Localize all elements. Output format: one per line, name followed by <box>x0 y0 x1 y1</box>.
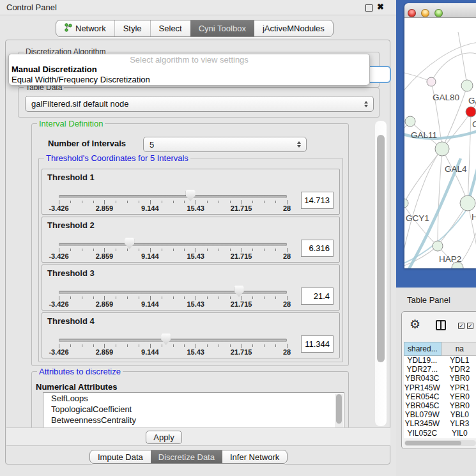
thresholds-group: Threshold's Coordinates for 5 Intervals … <box>38 158 343 362</box>
interval-definition-title: Interval Definition <box>37 120 105 128</box>
combo-arrows-icon <box>297 141 301 148</box>
column-header-shared-name[interactable]: shared... <box>404 342 441 356</box>
network-edge[interactable] <box>431 53 476 82</box>
threshold-slider-handle[interactable] <box>186 190 196 201</box>
network-node[interactable] <box>466 107 476 117</box>
attribute-item[interactable]: SelfLoops <box>43 393 344 404</box>
threshold-slider-handle[interactable] <box>125 238 134 249</box>
attribute-item[interactable]: BetweennessCentrality <box>43 415 344 426</box>
slider-tick <box>219 344 219 347</box>
algorithm-prompt: Select algorithm to view settings <box>12 55 367 65</box>
slider-tick <box>104 248 105 252</box>
tab-infer-network[interactable]: Infer Network <box>222 450 287 463</box>
slider-tick <box>230 296 231 299</box>
cell-name: YIL0 <box>441 429 476 438</box>
table-row[interactable]: YDR27...YDR2 <box>404 365 476 374</box>
slider-tick <box>70 344 71 347</box>
slider-tick <box>162 296 162 299</box>
network-canvas[interactable]: GAL80GAGAL11CGAL4GCY1HHAP2 <box>404 18 476 268</box>
float-window-icon[interactable] <box>365 4 372 12</box>
slider-tick <box>184 344 185 347</box>
tab-cyni-toolbox[interactable]: Cyni Toolbox <box>190 20 254 36</box>
node-label: GAL80 <box>433 93 459 102</box>
tab-style[interactable]: Style <box>114 20 150 36</box>
algorithm-option[interactable]: Manual Discretization <box>12 65 367 75</box>
threshold-slider-track[interactable] <box>59 291 287 294</box>
cell-shared-name: YER054C <box>404 392 441 401</box>
slider-tick <box>207 344 208 347</box>
threshold-value-field[interactable] <box>301 335 334 353</box>
slider-tick <box>150 248 151 252</box>
table-row[interactable]: YLR345WYLR3 <box>404 419 476 428</box>
network-edge[interactable] <box>458 32 467 86</box>
table-horizontal-scrollbar[interactable] <box>404 440 476 446</box>
table-data-combobox[interactable]: galFiltered.sif default node <box>25 96 374 112</box>
threshold-panel: Threshold 1-3.4262.8599.14415.4321.71528 <box>42 169 340 215</box>
gear-icon[interactable]: ⚙ <box>410 317 420 332</box>
number-of-intervals-combobox[interactable]: 5 <box>143 137 307 152</box>
cytoscape-desktop: GAL80GAGAL11CGAL4GCY1HHAP2 <box>396 0 476 288</box>
table-panel-title: Table Panel <box>407 295 450 305</box>
node-table: ⚙ ✓ ✓ shared... na YDL19...YDL1YDR27...Y… <box>401 311 476 449</box>
network-node[interactable] <box>461 80 473 91</box>
table-panel: Table Panel ⚙ ✓ ✓ shared... na YDL19...Y… <box>396 288 476 476</box>
threshold-value-field[interactable] <box>301 192 334 209</box>
table-row[interactable]: YBR045CYBR0 <box>404 401 476 410</box>
threshold-label: Threshold 2 <box>47 220 95 230</box>
attributes-list-scrollbar[interactable] <box>335 394 343 427</box>
slider-tick <box>127 296 128 299</box>
tab-impute-data[interactable]: Impute Data <box>90 450 151 463</box>
apply-button[interactable]: Apply <box>146 431 182 444</box>
slider-tick <box>242 248 242 252</box>
table-row[interactable]: YBL079WYBL0 <box>404 410 476 419</box>
network-node[interactable] <box>460 196 475 211</box>
node-label: GAL4 <box>445 164 467 174</box>
threshold-slider-track[interactable] <box>59 243 287 246</box>
threshold-value-field[interactable] <box>301 288 334 305</box>
slider-tick <box>104 296 105 300</box>
table-row[interactable]: YBR043CYBR0 <box>404 374 476 383</box>
attribute-item[interactable]: TopologicalCoefficient <box>43 404 344 415</box>
threshold-slider-track[interactable] <box>59 339 287 342</box>
settings-scrollbar[interactable] <box>375 121 387 426</box>
tab-jactivemnodules[interactable]: jActiveMNodules <box>254 20 333 36</box>
slider-tick <box>82 344 82 347</box>
threshold-slider-handle[interactable] <box>161 334 171 345</box>
close-icon[interactable]: ✖ <box>377 2 384 12</box>
tab-discretize-data[interactable]: Discretize Data <box>151 450 222 463</box>
slider-tick <box>252 201 253 203</box>
attributes-group: Attributes to discretize Numerical Attri… <box>31 371 349 427</box>
tab-select[interactable]: Select <box>150 20 190 36</box>
table-row[interactable]: YPR145WYPR1 <box>404 383 476 392</box>
network-node[interactable] <box>427 77 436 86</box>
traffic-minimize-button[interactable] <box>421 9 429 17</box>
slider-tick <box>93 296 94 299</box>
checkbox-icon[interactable]: ✓ <box>458 323 464 329</box>
tab-network[interactable]: Network <box>56 20 114 36</box>
split-view-icon[interactable] <box>436 320 446 330</box>
network-node[interactable] <box>435 142 449 156</box>
slider-tick <box>127 344 128 347</box>
traffic-zoom-button[interactable] <box>434 9 443 17</box>
table-row[interactable]: YIL052CYIL0 <box>404 429 476 438</box>
network-node[interactable] <box>405 116 415 127</box>
network-node[interactable] <box>404 199 408 208</box>
threshold-slider-track[interactable] <box>59 195 287 198</box>
network-node[interactable] <box>433 241 443 251</box>
slider-tick <box>184 249 185 251</box>
checkbox-icon[interactable]: ✓ <box>467 323 473 329</box>
table-row[interactable]: YDL19...YDL1 <box>404 356 476 365</box>
column-header-name[interactable]: na <box>441 342 476 356</box>
traffic-close-button[interactable] <box>408 9 416 17</box>
threshold-value-field[interactable] <box>301 240 334 257</box>
cell-shared-name: YLR345W <box>404 419 441 428</box>
network-edge[interactable] <box>438 149 442 246</box>
slider-tick-label: -3.426 <box>49 252 68 260</box>
slider-tick-label: 15.43 <box>187 300 204 308</box>
threshold-slider-handle[interactable] <box>234 286 244 297</box>
table-row[interactable]: YER054CYER0 <box>404 392 476 401</box>
numerical-attributes-list[interactable]: SelfLoopsTopologicalCoefficientBetweenne… <box>43 392 344 427</box>
slider-tick-label: 9.144 <box>141 348 159 356</box>
algorithm-option[interactable]: Equal Width/Frequency Discretization <box>12 75 367 85</box>
cell-shared-name: YDR27... <box>404 365 441 374</box>
